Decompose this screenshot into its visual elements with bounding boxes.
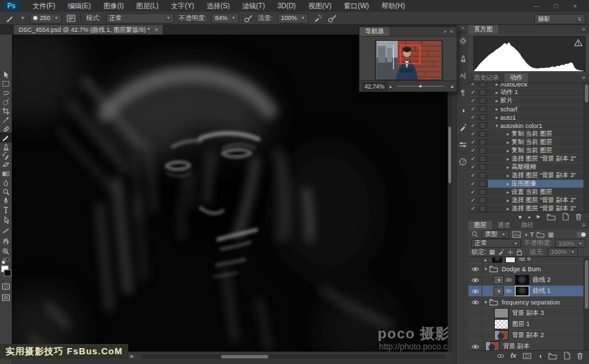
play-action-button[interactable]: ▶ [537,214,540,219]
action-check-icon[interactable]: ✓ [468,122,478,129]
action-dialog-checkbox[interactable] [478,205,488,212]
disclosure-triangle-icon[interactable]: ▸ [493,115,500,120]
brush-size-dropdown-arrow[interactable]: ▾ [55,15,59,21]
action-row[interactable]: ✓▸AutoDeck [468,83,589,89]
layers-scrollbar[interactable] [583,257,589,350]
action-dialog-checkbox[interactable] [478,188,488,196]
navigator-tab[interactable]: 导航器 [360,27,389,36]
background-color-swatch[interactable] [4,270,11,276]
actions-scrollbar[interactable] [583,83,589,212]
layer-filter-type-select[interactable]: 类型 ▾ [482,230,509,239]
action-row[interactable]: ✓▸动作 1 [468,89,589,97]
layer-visibility-toggle[interactable] [468,319,482,329]
group-triangle-icon[interactable]: ▸ [482,257,489,263]
pressure-opacity-icon[interactable] [244,14,253,23]
shape-tool[interactable] [3,229,9,233]
action-dialog-checkbox[interactable] [478,172,488,179]
action-check-icon[interactable]: ✓ [468,130,478,138]
flow-input[interactable]: 100% ▾ [278,13,309,24]
clone-stamp-tool[interactable] [3,144,9,150]
brush-tool-selected[interactable] [0,133,12,142]
layer-row[interactable]: 背景 副本 3 [468,308,589,319]
action-check-icon[interactable]: ✓ [468,89,478,96]
layer-thumbnail[interactable] [485,341,500,350]
disclosure-triangle-icon[interactable]: ▸ [504,156,511,162]
blend-mode-select[interactable]: 正常 ▾ [106,13,174,24]
eyedropper-tool[interactable] [3,117,9,123]
disclosure-triangle-icon[interactable]: ▸ [493,98,500,104]
disclosure-triangle-icon[interactable]: ▸ [504,131,511,137]
new-layer-button[interactable] [563,352,570,360]
action-check-icon[interactable]: ✓ [468,83,478,88]
panel-menu-icon[interactable]: ≡ [450,28,453,35]
menu-file[interactable]: 文件(F) [26,1,62,11]
eraser-tool[interactable] [3,163,9,167]
brush-presets-panel-icon[interactable] [457,119,469,136]
action-dialog-checkbox[interactable] [478,138,488,146]
action-check-icon[interactable]: ✓ [468,113,478,121]
history-brush-tool[interactable] [3,152,9,160]
action-dialog-checkbox[interactable] [478,83,488,88]
disclosure-triangle-icon[interactable]: ▸ [504,206,511,212]
menu-filter[interactable]: 滤镜(T) [236,1,272,11]
menu-select[interactable]: 选择(S) [200,1,236,11]
expand-dock-icon[interactable]: » [457,25,469,33]
lock-all-icon[interactable] [516,248,522,256]
layer-visibility-toggle[interactable] [468,275,482,285]
path-selection-tool[interactable] [5,217,9,224]
layer-mask-thumbnail[interactable] [515,275,529,285]
add-layer-mask-button[interactable] [522,353,531,359]
layer-group-row[interactable]: ▾ Dodge & Burn [468,264,589,275]
layer-row[interactable]: 背景 副本 2 [468,330,589,341]
disclosure-triangle-icon[interactable]: ▸ [504,140,511,145]
filter-type-layers-icon[interactable]: T [530,231,534,238]
history-tab[interactable]: 历史记录 [468,73,504,82]
blur-tool[interactable] [4,181,8,186]
action-dialog-checkbox[interactable] [478,180,488,188]
channels-tab[interactable]: 通道 [492,221,516,230]
disclosure-triangle-icon[interactable]: ▸ [493,90,500,95]
pressure-size-icon[interactable] [328,14,337,23]
layer-row-selected[interactable]: ◑ 曲线 1 [468,286,589,297]
zoom-tool[interactable] [3,248,8,254]
adjustments-panel-icon[interactable] [457,33,469,50]
layer-group-row[interactable]: ▾ frequency separation [468,297,589,308]
layer-thumbnail[interactable] [494,330,509,340]
layer-visibility-toggle[interactable] [468,297,482,307]
action-check-icon[interactable]: ✓ [468,172,478,179]
quick-mask-button[interactable] [3,284,10,289]
menu-help[interactable]: 帮助(H) [375,1,411,11]
zoom-out-mountain-icon[interactable]: ▴ [387,84,394,89]
layer-row[interactable]: 图层 1 [468,319,589,330]
action-check-icon[interactable]: ✓ [468,180,478,188]
begin-recording-button[interactable]: ● [527,215,530,219]
layer-style-button[interactable]: fx [511,352,516,359]
character-panel-icon[interactable]: A| [457,67,469,84]
close-window-button[interactable]: × [571,3,579,10]
action-dialog-checkbox[interactable] [478,155,488,163]
vertical-scrollbar-thumb[interactable] [448,127,451,183]
disclosure-triangle-icon[interactable]: ▸ [493,107,500,112]
lasso-tool[interactable] [3,91,9,95]
navigator-thumbnail[interactable] [375,40,443,80]
info-panel-icon[interactable] [457,154,469,171]
disclosure-triangle-icon[interactable]: ▸ [504,165,511,170]
layer-row[interactable]: 背景 副本 [468,341,589,350]
brush-tool-dropdown-arrow[interactable]: ▾ [21,15,25,21]
menu-layer[interactable]: 图层(L) [130,1,165,11]
action-row[interactable]: ✓▸scharf [468,105,589,113]
action-check-icon[interactable]: ✓ [468,188,478,196]
action-dialog-checkbox[interactable] [478,147,488,154]
clone-source-panel-icon[interactable] [457,50,469,67]
navigator-zoom-slider[interactable]: ▲ [397,86,444,87]
new-group-button[interactable] [548,352,557,360]
action-check-icon[interactable]: ✓ [468,138,478,146]
new-adjustment-layer-button[interactable]: ◑ [538,352,542,360]
horizontal-scrollbar-thumb[interactable] [221,355,268,358]
lock-pixels-icon[interactable] [498,248,504,255]
layer-row[interactable]: ▸ 组 5 [468,257,589,264]
stop-playing-button[interactable]: ■ [518,215,521,219]
action-dialog-checkbox[interactable] [478,122,488,129]
action-dialog-checkbox[interactable] [478,163,488,171]
status-popup-arrow-icon[interactable]: ▶ [130,354,134,359]
